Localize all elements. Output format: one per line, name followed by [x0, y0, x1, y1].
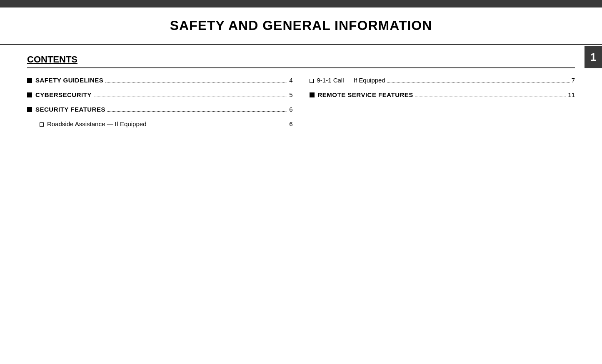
- toc-page: 4: [289, 76, 292, 85]
- toc-dots: [94, 97, 287, 97]
- contents-section: CONTENTS SAFETY GUIDELINES 4 CYBERSECURI…: [27, 54, 575, 134]
- toc-page: 7: [572, 76, 575, 85]
- filled-square-icon: [310, 92, 315, 97]
- toc-label: SAFETY GUIDELINES: [35, 76, 103, 85]
- top-bar: [0, 0, 602, 7]
- toc-entry-roadside-assistance: Roadside Assistance — If Equipped 6: [27, 120, 293, 128]
- main-title-area: SAFETY AND GENERAL INFORMATION: [0, 7, 602, 45]
- toc-label: CYBERSECURITY: [35, 90, 92, 99]
- toc-entry-911-call: 9-1-1 Call — If Equipped 7: [310, 76, 575, 85]
- toc-page: 5: [289, 90, 292, 99]
- toc-dots: [415, 97, 566, 97]
- page-title: SAFETY AND GENERAL INFORMATION: [170, 18, 432, 33]
- toc-page: 11: [568, 90, 575, 99]
- toc-dots: [387, 82, 570, 82]
- toc-label: REMOTE SERVICE FEATURES: [318, 90, 413, 99]
- toc-label: Roadside Assistance — If Equipped: [47, 120, 146, 128]
- contents-heading: CONTENTS: [27, 54, 77, 65]
- toc-entry-cybersecurity: CYBERSECURITY 5: [27, 90, 293, 99]
- toc-right-column: 9-1-1 Call — If Equipped 7 REMOTE SERVIC…: [310, 76, 575, 134]
- filled-square-icon: [27, 107, 32, 112]
- toc-entry-security-features: SECURITY FEATURES 6: [27, 105, 293, 114]
- filled-square-icon: [27, 92, 32, 97]
- toc-label: SECURITY FEATURES: [35, 105, 105, 114]
- toc-dots: [105, 82, 287, 82]
- outline-square-icon: [40, 122, 44, 127]
- outline-square-icon: [310, 79, 314, 83]
- contents-divider: [27, 67, 575, 68]
- toc-page: 6: [289, 120, 292, 128]
- toc-entry-remote-service: REMOTE SERVICE FEATURES 11: [310, 90, 575, 99]
- filled-square-icon: [27, 78, 32, 83]
- toc-page: 6: [289, 105, 292, 114]
- toc-dots: [107, 111, 287, 112]
- toc-dots: [148, 126, 287, 126]
- page-number: 1: [590, 51, 596, 64]
- toc-label: 9-1-1 Call — If Equipped: [317, 76, 385, 85]
- toc-columns: SAFETY GUIDELINES 4 CYBERSECURITY 5 SECU…: [27, 76, 575, 134]
- toc-entry-safety-guidelines: SAFETY GUIDELINES 4: [27, 76, 293, 85]
- toc-left-column: SAFETY GUIDELINES 4 CYBERSECURITY 5 SECU…: [27, 76, 293, 134]
- page-number-tab: 1: [585, 46, 602, 68]
